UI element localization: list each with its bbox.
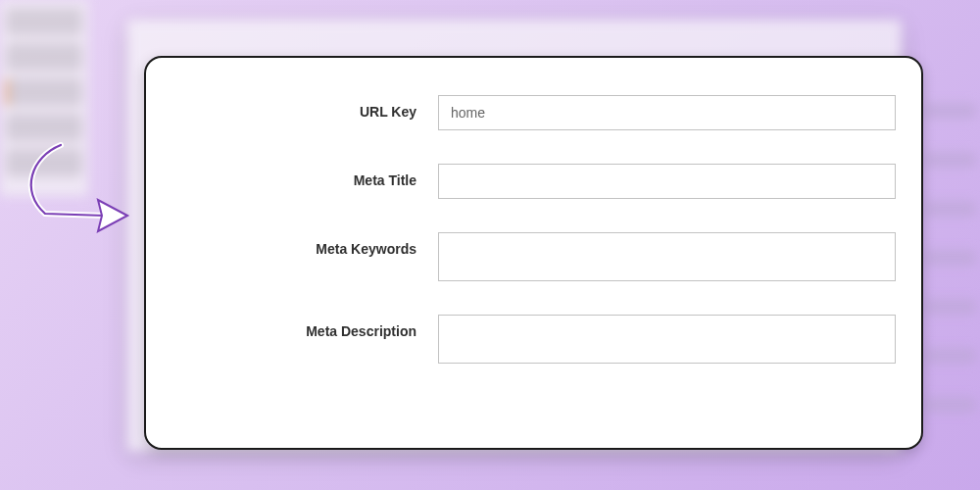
url-key-row: URL Key [164,95,896,130]
meta-keywords-row: Meta Keywords [164,232,896,281]
meta-description-row: Meta Description [164,315,896,364]
meta-keywords-label: Meta Keywords [164,232,438,257]
meta-description-label: Meta Description [164,315,438,339]
meta-title-input[interactable] [438,164,896,199]
url-key-label: URL Key [164,95,438,120]
meta-keywords-input[interactable] [438,232,896,281]
bg-right-list [921,69,980,461]
meta-title-label: Meta Title [164,164,438,188]
seo-form-card: URL Key Meta Title Meta Keywords Meta De… [144,56,923,450]
arrow-annotation-icon [12,137,139,255]
meta-description-input[interactable] [438,315,896,364]
url-key-input[interactable] [438,95,896,130]
meta-title-row: Meta Title [164,164,896,199]
